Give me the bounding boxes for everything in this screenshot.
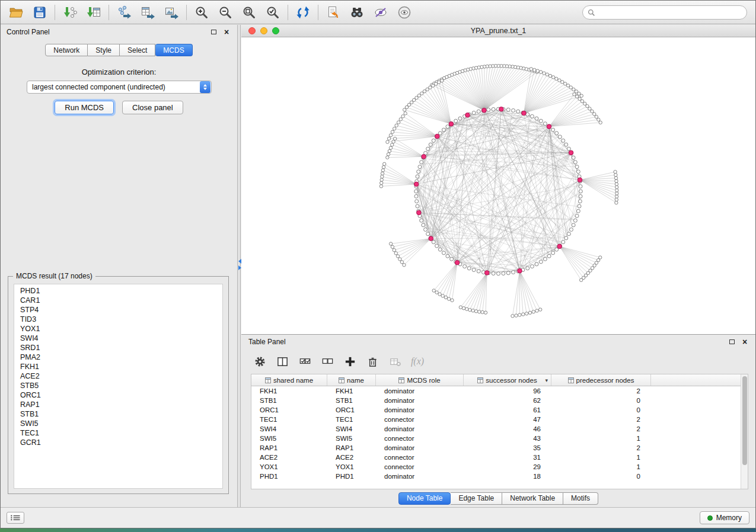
tab-mcds[interactable]: MCDS — [155, 44, 192, 56]
mcds-node-pma2[interactable]: PMA2 — [20, 352, 222, 362]
export-image-icon[interactable] — [160, 3, 183, 22]
table-scrollbar-thumb[interactable] — [742, 376, 747, 465]
network-graph[interactable] — [241, 37, 755, 334]
cell: FKH1 — [327, 386, 376, 396]
table-row-ace2[interactable]: ACE2ACE2connector311 — [251, 453, 741, 462]
toolbar-separator — [318, 5, 318, 20]
column-header-name[interactable]: name — [327, 374, 376, 386]
mcds-node-rap1[interactable]: RAP1 — [20, 400, 222, 409]
table-row-swi5[interactable]: SWI5SWI5connector431 — [251, 434, 741, 443]
table-tab-edge-table[interactable]: Edge Table — [451, 492, 502, 505]
tab-select[interactable]: Select — [120, 44, 155, 56]
select-all-rows-icon[interactable] — [294, 352, 316, 370]
cell: 2 — [551, 386, 651, 396]
table-row-rap1[interactable]: RAP1RAP1dominator352 — [251, 443, 741, 453]
mcds-node-ace2[interactable]: ACE2 — [20, 371, 222, 381]
network-canvas[interactable] — [241, 37, 755, 334]
table-row-fkh1[interactable]: FKH1FKH1dominator962 — [251, 386, 741, 396]
cell: dominator — [376, 424, 464, 434]
toolbar-separator — [288, 5, 288, 20]
export-table-icon[interactable] — [136, 3, 160, 22]
show-graphics-details-icon[interactable] — [393, 3, 416, 22]
zoom-fit-icon[interactable] — [237, 3, 261, 22]
mcds-result-list[interactable]: PHD1CAR1STP4TID3YOX1SWI4SRD1PMA2FKH1ACE2… — [14, 284, 223, 489]
mcds-node-phd1[interactable]: PHD1 — [20, 286, 222, 296]
search-input-container — [582, 5, 747, 20]
float-table-panel-icon[interactable] — [727, 337, 736, 347]
import-table-icon[interactable] — [82, 3, 106, 22]
run-mcds-button[interactable]: Run MCDS — [55, 101, 114, 114]
table-row-tec1[interactable]: TEC1TEC1connector472 — [251, 415, 741, 424]
cell: PHD1 — [251, 472, 327, 481]
memory-button-label: Memory — [716, 514, 742, 522]
share-document-icon[interactable] — [321, 3, 345, 22]
cell: TEC1 — [251, 415, 327, 424]
column-header-predecessor-nodes[interactable]: predecessor nodes — [551, 374, 651, 386]
mcds-node-stp4[interactable]: STP4 — [20, 305, 222, 315]
mcds-node-stb5[interactable]: STB5 — [20, 381, 222, 390]
status-bar: Memory — [1, 507, 755, 528]
table-tab-motifs[interactable]: Motifs — [563, 492, 598, 505]
refresh-icon[interactable] — [291, 3, 315, 22]
search-binoculars-icon[interactable] — [345, 3, 369, 22]
zoom-out-icon[interactable] — [213, 3, 237, 22]
close-table-panel-icon[interactable]: × — [740, 337, 749, 347]
import-network-icon[interactable] — [58, 3, 82, 22]
table-panel-title: Table Panel — [248, 338, 723, 346]
mcds-node-swi5[interactable]: SWI5 — [20, 419, 222, 428]
mcds-node-tec1[interactable]: TEC1 — [20, 428, 222, 438]
criterion-dropdown[interactable]: largest connected component (undirected) — [27, 81, 212, 94]
add-column-icon[interactable] — [339, 352, 361, 370]
column-header-mcds-role[interactable]: MCDS role — [376, 374, 464, 386]
cell: dominator — [376, 472, 464, 481]
mcds-node-fkh1[interactable]: FKH1 — [20, 362, 222, 371]
table-tabs: Node TableEdge TableNetwork TableMotifs — [398, 492, 598, 505]
hide-graphics-details-icon[interactable] — [369, 3, 393, 22]
deselect-all-rows-icon[interactable] — [316, 352, 339, 370]
table-tab-node-table[interactable]: Node Table — [398, 492, 451, 505]
cell: 1 — [551, 453, 651, 462]
cell: 35 — [464, 443, 551, 453]
zoom-selected-icon[interactable] — [261, 3, 285, 22]
column-header-shared-name[interactable]: shared name — [251, 374, 327, 386]
close-panel-icon[interactable]: × — [222, 27, 231, 37]
mcds-node-yox1[interactable]: YOX1 — [20, 324, 222, 334]
float-panel-icon[interactable] — [209, 27, 218, 37]
open-file-icon[interactable] — [4, 3, 28, 22]
close-panel-button[interactable]: Close panel — [122, 101, 183, 114]
mcds-node-srd1[interactable]: SRD1 — [20, 343, 222, 352]
panel-splitter[interactable] — [237, 25, 241, 507]
table-tab-network-table[interactable]: Network Table — [502, 492, 563, 505]
network-window-titlebar[interactable]: YPA_prune.txt_1 — [241, 25, 755, 37]
mcds-node-orc1[interactable]: ORC1 — [20, 390, 222, 400]
save-icon[interactable] — [28, 3, 52, 22]
mcds-node-swi4[interactable]: SWI4 — [20, 334, 222, 343]
table-row-orc1[interactable]: ORC1ORC1dominator610 — [251, 405, 741, 415]
table-row-phd1[interactable]: PHD1PHD1dominator180 — [251, 472, 741, 481]
search-icon — [588, 9, 595, 17]
table-settings-gear-icon[interactable] — [248, 352, 271, 370]
table-scrollbar[interactable] — [741, 374, 748, 489]
table-row-swi4[interactable]: SWI4SWI4dominator462 — [251, 424, 741, 434]
tab-style[interactable]: Style — [88, 44, 120, 56]
table-row-stb1[interactable]: STB1STB1dominator620 — [251, 396, 741, 405]
column-header-filler — [651, 374, 741, 386]
column-filter-icon[interactable]: ▾ — [545, 377, 548, 383]
mcds-node-stb1[interactable]: STB1 — [20, 409, 222, 419]
cell: SWI4 — [251, 424, 327, 434]
memory-button[interactable]: Memory — [700, 511, 749, 524]
delete-column-icon[interactable] — [361, 352, 384, 370]
export-network-icon[interactable] — [112, 3, 136, 22]
column-manager-icon[interactable] — [271, 352, 294, 370]
panel-list-icon[interactable] — [7, 512, 24, 524]
mcds-node-gcr1[interactable]: GCR1 — [20, 438, 222, 447]
tab-network[interactable]: Network — [45, 44, 88, 56]
mcds-node-tid3[interactable]: TID3 — [20, 315, 222, 324]
cell: PHD1 — [327, 472, 376, 481]
column-header-successor-nodes[interactable]: successor nodes▾ — [464, 374, 551, 386]
mcds-node-car1[interactable]: CAR1 — [20, 296, 222, 305]
search-input[interactable] — [598, 8, 742, 17]
table-row-yox1[interactable]: YOX1YOX1connector291 — [251, 462, 741, 472]
network-view-window: YPA_prune.txt_1 — [241, 25, 755, 335]
zoom-in-icon[interactable] — [190, 3, 213, 22]
